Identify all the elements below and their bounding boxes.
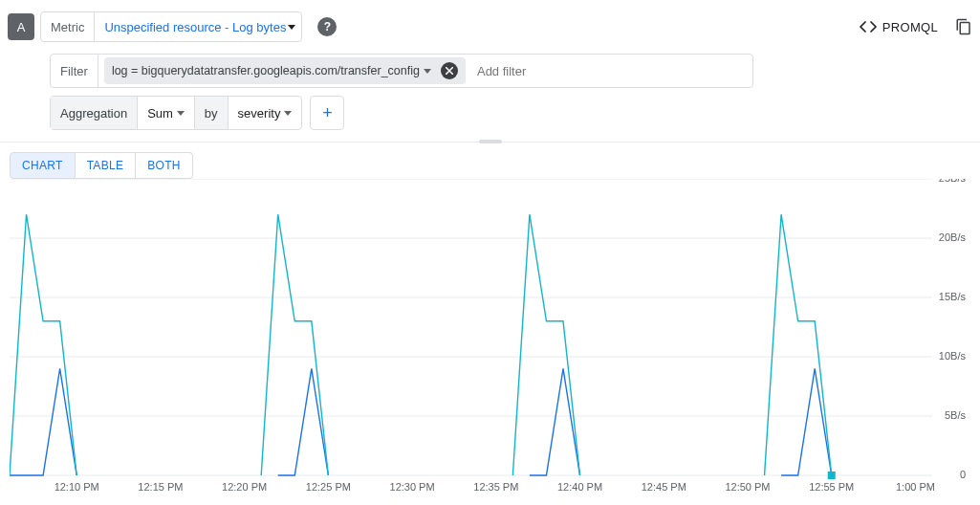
close-icon	[446, 67, 453, 75]
svg-rect-23	[828, 472, 836, 479]
filter-label: Filter	[51, 55, 98, 87]
svg-text:5B/s: 5B/s	[945, 409, 967, 421]
filter-chip-text: log = bigquerydatatransfer.googleapis.co…	[112, 64, 420, 77]
chart-svg: 12:10 PM12:15 PM12:20 PM12:25 PM12:30 PM…	[10, 179, 970, 505]
aggregation-by-label: by	[195, 97, 229, 129]
code-icon	[860, 20, 877, 33]
svg-text:12:55 PM: 12:55 PM	[809, 481, 854, 493]
aggregation-func-text: Sum	[147, 106, 173, 121]
filter-chip-remove[interactable]	[441, 62, 458, 79]
aggregation-row: Aggregation Sum by severity +	[0, 96, 980, 142]
svg-text:12:15 PM: 12:15 PM	[138, 481, 183, 493]
aggregation-by-value[interactable]: severity	[229, 97, 302, 129]
svg-text:12:50 PM: 12:50 PM	[725, 481, 770, 493]
metric-value-text: Unspecified resource - Log bytes	[104, 20, 286, 34]
promql-label: PROMQL	[882, 20, 938, 34]
svg-text:1:00 PM: 1:00 PM	[896, 481, 935, 493]
filter-box: Filter log = bigquerydatatransfer.google…	[50, 54, 753, 88]
metric-value[interactable]: Unspecified resource - Log bytes	[95, 20, 301, 34]
aggregation-by-text: severity	[238, 106, 281, 121]
svg-text:12:40 PM: 12:40 PM	[557, 481, 602, 493]
filter-chip[interactable]: log = bigquerydatatransfer.googleapis.co…	[104, 57, 466, 84]
svg-text:12:45 PM: 12:45 PM	[642, 481, 686, 493]
metric-label: Metric	[41, 12, 95, 41]
copy-icon[interactable]	[955, 18, 972, 35]
svg-text:20B/s: 20B/s	[939, 231, 967, 243]
chevron-down-icon	[284, 111, 292, 116]
aggregation-label: Aggregation	[51, 97, 138, 129]
svg-text:25B/s: 25B/s	[939, 179, 967, 184]
add-aggregation-button[interactable]: +	[310, 96, 344, 130]
svg-text:12:25 PM: 12:25 PM	[306, 481, 351, 493]
svg-text:12:35 PM: 12:35 PM	[473, 481, 518, 493]
svg-text:12:30 PM: 12:30 PM	[390, 481, 435, 493]
promql-toggle[interactable]: PROMQL	[860, 20, 938, 34]
svg-text:0: 0	[960, 469, 966, 480]
chevron-down-icon	[177, 111, 185, 116]
chevron-down-icon	[424, 69, 431, 74]
query-header-row: A Metric Unspecified resource - Log byte…	[0, 0, 980, 50]
aggregation-func[interactable]: Sum	[138, 97, 195, 129]
tab-chart[interactable]: CHART	[10, 152, 76, 179]
metric-selector[interactable]: Metric Unspecified resource - Log bytes	[40, 11, 302, 42]
chart-area: 12:10 PM12:15 PM12:20 PM12:25 PM12:30 PM…	[10, 179, 970, 505]
view-toggle: CHART TABLE BOTH	[10, 152, 980, 179]
aggregation-box: Aggregation Sum by severity	[50, 96, 302, 130]
chevron-down-icon	[288, 25, 295, 30]
svg-text:15B/s: 15B/s	[939, 291, 967, 302]
query-id-badge: A	[8, 13, 34, 40]
tab-table[interactable]: TABLE	[76, 152, 137, 179]
filter-row: Filter log = bigquerydatatransfer.google…	[0, 50, 980, 96]
svg-text:10B/s: 10B/s	[939, 350, 967, 362]
svg-text:12:20 PM: 12:20 PM	[222, 481, 267, 493]
section-divider	[0, 142, 980, 143]
add-filter-input[interactable]	[471, 64, 752, 78]
help-icon[interactable]: ?	[317, 17, 337, 36]
resize-grip[interactable]	[479, 140, 502, 143]
svg-text:12:10 PM: 12:10 PM	[54, 481, 99, 493]
tab-both[interactable]: BOTH	[136, 152, 193, 179]
